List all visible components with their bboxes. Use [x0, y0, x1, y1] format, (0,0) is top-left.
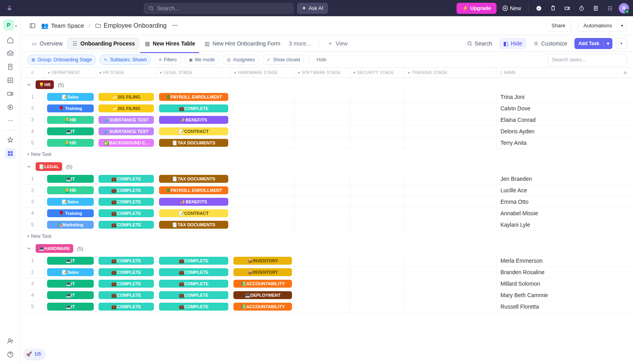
status-pill-benefits[interactable]: ✨BENEFITS — [159, 116, 228, 124]
clipboard-icon[interactable] — [548, 3, 559, 14]
status-pill-tax[interactable]: 📑TAX DOCUMENTS — [159, 221, 228, 229]
check-circle-icon[interactable] — [533, 3, 544, 14]
status-pill-inventory[interactable]: 📦INVENTORY — [233, 257, 292, 265]
table-row[interactable]: 4 🌹 Training 💼COMPLETE 📝CONTRACT Annabel… — [21, 208, 633, 219]
col-security-stage[interactable]: ▾SECURITY STAGE — [350, 68, 404, 78]
docs-icon[interactable] — [5, 61, 16, 72]
home-icon[interactable] — [5, 34, 16, 46]
app-logo[interactable] — [4, 3, 15, 14]
add-view-button[interactable]: +View — [323, 38, 352, 49]
status-pill-tax[interactable]: 📑TAX DOCUMENTS — [159, 139, 228, 147]
more-icon[interactable] — [5, 115, 16, 126]
chevron-down-icon[interactable]: ▾ — [15, 24, 17, 28]
status-pill-complete[interactable]: 💼COMPLETE — [99, 221, 154, 229]
status-pill-it[interactable]: 💻IT — [47, 280, 94, 288]
tab-onboarding-process[interactable]: ☰Onboarding Process — [67, 38, 139, 49]
task-name[interactable]: Millard Solomon — [496, 278, 633, 289]
status-pill-deployment[interactable]: 💻DEPLOYMENT — [233, 291, 292, 299]
status-pill-complete[interactable]: 💼COMPLETE — [159, 280, 228, 288]
tab-onboarding-form[interactable]: ▥New Hire Onboarding Form — [200, 38, 284, 49]
group-header[interactable]: 📑LEGAL (5) — [21, 160, 633, 173]
add-task-button[interactable]: Add Task▾ — [574, 38, 612, 49]
status-pill-complete[interactable]: 💼COMPLETE — [99, 198, 154, 206]
chevron-down-icon[interactable] — [26, 246, 32, 251]
task-name[interactable]: Jen Braeden — [496, 173, 633, 184]
status-pill-sales[interactable]: 📝Sales — [47, 268, 94, 276]
user-avatar[interactable]: R — [619, 3, 629, 13]
global-search[interactable]: Search... — [144, 3, 294, 14]
dashboards-icon[interactable] — [5, 75, 16, 86]
status-pill-filing201[interactable]: 📁201 FILING — [99, 104, 154, 112]
status-pill-hr[interactable]: 👨‍🦲HR — [47, 186, 94, 194]
status-pill-it[interactable]: 💻IT — [47, 175, 94, 183]
more-view-options[interactable]: ▾ — [616, 38, 627, 49]
new-task-button[interactable]: + New Task — [21, 231, 633, 242]
hide-filters-button[interactable]: Hide — [314, 57, 329, 63]
status-pill-benefits[interactable]: ✨BENEFITS — [159, 198, 228, 206]
tab-new-hires-table[interactable]: ▦New Hires Table — [140, 38, 199, 49]
col-legal-stage[interactable]: ▾LEGAL STAGE — [156, 68, 231, 78]
status-pill-complete[interactable]: 💼COMPLETE — [159, 303, 228, 311]
share-button[interactable]: Share — [546, 20, 571, 32]
toggle-sidebar-icon[interactable] — [27, 20, 38, 31]
apps-grid-icon[interactable] — [605, 3, 616, 14]
group-header[interactable]: 💻HARDWARE (5) — [21, 242, 633, 255]
status-pill-complete[interactable]: 💼COMPLETE — [99, 175, 154, 183]
task-name[interactable]: Calvin Dove — [496, 103, 633, 114]
automations-button[interactable]: Automations — [578, 20, 618, 32]
notepad-icon[interactable] — [590, 3, 601, 14]
group-chip[interactable]: ≣Group: Onboarding Stage — [27, 55, 96, 65]
onboarding-progress[interactable]: 🚀 1/5 — [24, 349, 45, 359]
status-pill-accountability[interactable]: 📗ACCOUNTABILITY — [233, 303, 292, 311]
status-pill-complete[interactable]: 💼COMPLETE — [99, 268, 154, 276]
table-row[interactable]: 2 👨‍🦲HR 💼COMPLETE 💲PAYROLL ENROLLMENT Lu… — [21, 185, 633, 196]
breadcrumb-space[interactable]: 👥 Team Space — [41, 22, 84, 29]
new-task-button[interactable]: + New Task — [21, 149, 633, 160]
status-pill-it[interactable]: 💻IT — [47, 127, 94, 135]
status-pill-accountability[interactable]: 📗ACCOUNTABILITY — [233, 280, 292, 288]
col-name[interactable]: ⌶NAME — [496, 68, 617, 78]
task-name[interactable]: Annabel Missie — [496, 208, 633, 219]
table-row[interactable]: 4 💻IT 🧪SUBSTANCE TEST 📝CONTRACT Deloris … — [21, 126, 633, 137]
ask-ai-button[interactable]: ✦ Ask AI — [297, 3, 328, 14]
table-row[interactable]: 1 📝Sales 📁201 FILING 💲PAYROLL ENROLLMENT… — [21, 91, 633, 103]
table-row[interactable]: 3 💻IT 💼COMPLETE 💼COMPLETE 📗ACCOUNTABILIT… — [21, 278, 633, 290]
table-row[interactable]: 3 👨‍🦲HR 🧪SUBSTANCE TEST ✨BENEFITS Elaina… — [21, 114, 633, 126]
chevron-down-icon[interactable] — [26, 82, 32, 87]
invite-icon[interactable] — [5, 336, 16, 347]
status-pill-substance[interactable]: 🧪SUBSTANCE TEST — [99, 127, 154, 135]
search-view-button[interactable]: Search — [463, 38, 496, 49]
task-name[interactable]: Kaylani Lyle — [496, 219, 633, 230]
table-row[interactable]: 5 💻IT 💼COMPLETE 💼COMPLETE 📗ACCOUNTABILIT… — [21, 301, 633, 313]
status-pill-complete[interactable]: 💼COMPLETE — [159, 291, 228, 299]
col-software-stage[interactable]: ▾SOFTWARE STAGE — [294, 68, 350, 78]
status-pill-complete[interactable]: 💼COMPLETE — [159, 104, 228, 112]
status-pill-payroll[interactable]: 💲PAYROLL ENROLLMENT — [159, 93, 228, 101]
table-row[interactable]: 5 👨‍🦲HR ✅BACKGROUND C... 📑TAX DOCUMENTS … — [21, 137, 633, 149]
hide-button[interactable]: ◧Hide — [499, 38, 526, 49]
status-pill-training[interactable]: 🌹 Training — [47, 104, 94, 112]
status-pill-sales[interactable]: 📝Sales — [47, 198, 94, 206]
new-button[interactable]: New — [500, 5, 523, 11]
inbox-icon[interactable] — [5, 48, 16, 59]
task-name[interactable]: Terry Anita — [496, 137, 633, 148]
me-mode-chip[interactable]: ◉Me mode — [184, 55, 219, 65]
search-tasks-input[interactable]: Search tasks... — [548, 54, 627, 66]
filters-chip[interactable]: ≡Filters — [154, 55, 181, 65]
status-pill-substance[interactable]: 🧪SUBSTANCE TEST — [99, 116, 154, 124]
status-pill-it[interactable]: 💻IT — [47, 291, 94, 299]
spaces-icon[interactable] — [5, 148, 16, 159]
col-department[interactable]: ▾DEPARTMENT — [44, 68, 96, 78]
tab-more[interactable]: 3 more... — [285, 38, 315, 49]
task-name[interactable]: Lucille Ace — [496, 185, 633, 196]
status-pill-training[interactable]: 🌹 Training — [47, 209, 94, 217]
status-pill-contract[interactable]: 📝CONTRACT — [159, 209, 228, 217]
automations-dropdown[interactable]: ▾ — [618, 20, 627, 32]
status-pill-sales[interactable]: 📝Sales — [47, 93, 94, 101]
status-pill-complete[interactable]: 💼COMPLETE — [99, 291, 154, 299]
status-pill-complete[interactable]: 💼COMPLETE — [99, 257, 154, 265]
task-name[interactable]: Merla Emmerson — [496, 255, 633, 266]
subtasks-chip[interactable]: ⤷Subtasks: Shown — [99, 55, 151, 65]
task-name[interactable]: Deloris Ayden — [496, 126, 633, 137]
customize-button[interactable]: Customize — [529, 38, 571, 49]
